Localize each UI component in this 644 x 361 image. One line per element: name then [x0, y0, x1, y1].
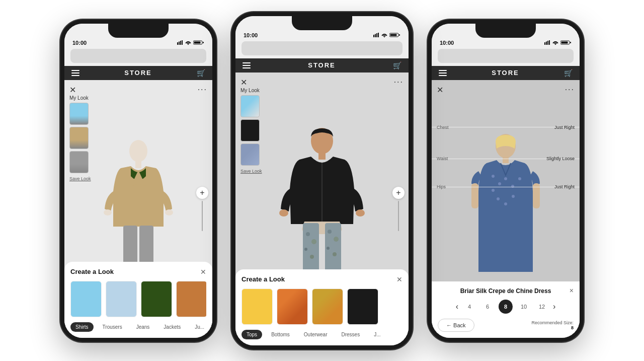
- svg-point-30: [311, 239, 316, 244]
- phone-3-menu-icon[interactable]: [439, 70, 447, 76]
- phone-3: 10:00 STORE 🛒 ✕ ···: [428, 20, 584, 342]
- phone-3-rec-label: Recommended Size:: [531, 320, 574, 325]
- phone-3-size-6[interactable]: 6: [480, 300, 495, 314]
- phone-2-store-title: STORE: [308, 61, 336, 69]
- phone-2-thumb-2[interactable]: [240, 119, 260, 141]
- svg-point-4: [188, 44, 189, 45]
- svg-point-26: [356, 209, 365, 216]
- svg-rect-9: [135, 161, 141, 168]
- phone-2-item-3[interactable]: [312, 288, 343, 325]
- phone-3-size-panel: × Briar Silk Crepe de Chine Dress ‹ 4 6 …: [432, 281, 580, 338]
- phone-2-tab-dresses[interactable]: Dresses: [337, 330, 365, 339]
- phone-3-hips-label: Hips: [437, 184, 446, 189]
- phone-2-save-look[interactable]: Save Look: [240, 169, 262, 174]
- phone-1-item-2[interactable]: [106, 281, 137, 317]
- phone-2-thumbnails: [240, 95, 262, 166]
- phone-3-size-8[interactable]: 8: [499, 300, 513, 314]
- phone-2-notch: [292, 16, 352, 30]
- phone-1-zoom-plus[interactable]: +: [196, 187, 208, 199]
- phone-2-avatar-svg: [272, 123, 372, 295]
- phone-3-fit-overlay: Chest Just Right Waist Slightly Loose Hi…: [432, 80, 580, 237]
- phone-2-tab-tops[interactable]: Tops: [242, 330, 262, 339]
- phone-1-tab-more[interactable]: Ju...: [190, 322, 206, 332]
- phone-1-tab-shirts[interactable]: Shirts: [70, 322, 94, 332]
- svg-rect-7: [203, 42, 204, 43]
- phone-1-overlay-controls: ✕ ···: [69, 85, 207, 95]
- phone-2-thumb-3[interactable]: [240, 143, 260, 166]
- phone-1-menu-icon[interactable]: [71, 70, 79, 76]
- svg-point-41: [555, 44, 556, 45]
- svg-rect-39: [547, 41, 548, 45]
- phone-1-tab-jackets[interactable]: Jackets: [158, 322, 186, 332]
- phone-2-my-look-label: My Look: [240, 88, 262, 93]
- phone-1-status-icons: [177, 40, 204, 45]
- svg-rect-6: [194, 42, 201, 44]
- phone-1-save-look[interactable]: Save Look: [69, 176, 91, 181]
- phone-1-thumb-1[interactable]: [69, 103, 89, 125]
- phone-1-item-1[interactable]: [70, 281, 102, 317]
- phone-1-category-tabs: Shirts Trousers Jeans Jackets Ju...: [70, 322, 206, 332]
- svg-point-29: [306, 232, 310, 236]
- phone-3-size-close[interactable]: ×: [570, 286, 574, 295]
- phone-1-clothing-grid: [70, 281, 206, 317]
- phone-1-item-3[interactable]: [141, 281, 172, 317]
- phone-3-close-btn[interactable]: ✕: [437, 85, 443, 95]
- phone-3-chest-value: Just Right: [554, 125, 575, 130]
- phone-3-chest-label: Chest: [437, 125, 449, 130]
- phone-3-search[interactable]: [438, 49, 574, 63]
- phone-3-cart-icon[interactable]: 🛒: [564, 69, 573, 77]
- phone-3-product-name: Briar Silk Crepe de Chine Dress: [438, 287, 574, 295]
- svg-rect-17: [378, 33, 379, 37]
- phone-3-next-size[interactable]: ›: [553, 302, 555, 311]
- phone-2-tab-bottoms[interactable]: Bottoms: [266, 330, 295, 339]
- phone-2-zoom-line: [398, 201, 399, 231]
- phone-2-time: 10:00: [244, 32, 258, 38]
- phone-3-size-10[interactable]: 10: [517, 300, 531, 314]
- phone-3-status-icons: [544, 40, 572, 45]
- phone-3-hips-value: Just Right: [554, 184, 575, 189]
- phone-2-item-1[interactable]: [242, 288, 273, 325]
- phone-2-more-btn[interactable]: ···: [394, 78, 404, 87]
- phone-3-prev-size[interactable]: ‹: [456, 302, 458, 311]
- svg-point-8: [129, 140, 147, 162]
- svg-rect-20: [390, 34, 397, 36]
- phone-2-tab-more[interactable]: J...: [369, 330, 385, 339]
- phone-2-menu-icon[interactable]: [243, 62, 251, 68]
- phone-1-thumb-3[interactable]: [69, 151, 89, 173]
- phone-3-waist-label: Waist: [437, 156, 448, 161]
- phone-2-item-2[interactable]: [277, 288, 308, 325]
- phone-1-panel-close[interactable]: ✕: [200, 268, 206, 276]
- phone-2-close-btn[interactable]: ✕: [240, 78, 247, 87]
- phone-2-thumb-1[interactable]: [240, 95, 260, 117]
- phone-2-cart-icon[interactable]: 🛒: [393, 61, 401, 69]
- phone-2-tab-outerwear[interactable]: Outerwear: [299, 330, 333, 339]
- phone-2-item-4[interactable]: [347, 288, 378, 325]
- phone-2-zoom: +: [392, 187, 405, 231]
- phone-3-size-4[interactable]: 4: [462, 300, 476, 314]
- phone-3-back-btn[interactable]: ← Back: [438, 319, 474, 332]
- phone-3-more-btn[interactable]: ···: [565, 85, 575, 95]
- svg-point-18: [384, 36, 385, 37]
- phone-1-cart-icon[interactable]: 🛒: [197, 69, 205, 77]
- phone-1-more-btn[interactable]: ···: [198, 85, 207, 95]
- phone-1-thumb-2[interactable]: [69, 127, 89, 149]
- phone-1-tab-trousers[interactable]: Trousers: [98, 322, 127, 332]
- phone-1-close-btn[interactable]: ✕: [69, 85, 76, 95]
- phone-1-item-4[interactable]: [176, 281, 206, 317]
- svg-rect-3: [182, 40, 183, 45]
- phone-2-search[interactable]: [242, 41, 403, 55]
- svg-rect-16: [376, 33, 377, 37]
- phone-2-clothing-grid: [242, 288, 403, 325]
- svg-point-36: [333, 252, 337, 256]
- phone-3-size-12[interactable]: 12: [535, 300, 549, 314]
- phone-2-zoom-plus[interactable]: +: [392, 187, 405, 199]
- phone-1-mannequin-svg: [96, 136, 181, 282]
- phone-3-store-title: STORE: [492, 69, 519, 77]
- phone-3-chest-line: Chest Just Right: [432, 127, 580, 127]
- phone-1-thumbnails: [69, 103, 91, 173]
- phone-2-panel-close[interactable]: ✕: [396, 275, 403, 283]
- svg-point-31: [304, 248, 307, 251]
- phone-2-panel-title: Create a Look: [242, 275, 285, 283]
- phone-1-search[interactable]: [70, 49, 206, 63]
- phone-1-tab-jeans[interactable]: Jeans: [131, 322, 155, 332]
